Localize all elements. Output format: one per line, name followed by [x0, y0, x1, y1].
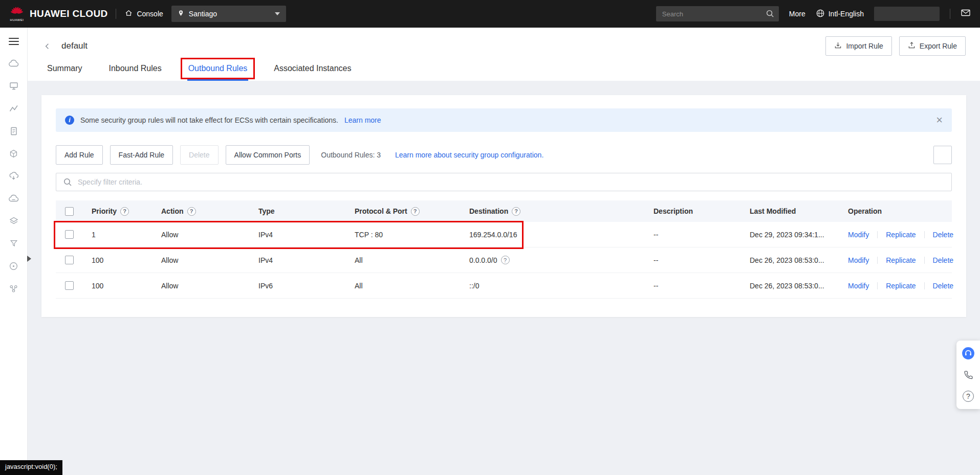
learn-more-link[interactable]: Learn more — [344, 116, 381, 124]
operation-divider — [877, 231, 878, 238]
import-rule-button[interactable]: Import Rule — [825, 36, 891, 56]
region-label: Santiago — [189, 10, 217, 18]
sidebar-item-group[interactable] — [0, 278, 28, 301]
sidebar-item-autoscaling[interactable] — [0, 98, 28, 121]
sidebar-item-sfs[interactable] — [0, 211, 28, 233]
modify-link[interactable]: Modify — [848, 256, 869, 264]
security-group-config-link[interactable]: Learn more about security group configur… — [395, 151, 543, 159]
language-selector[interactable]: Intl-English — [816, 9, 864, 19]
cell-type: IPv6 — [258, 282, 273, 290]
sidebar-item-eip[interactable] — [0, 256, 28, 278]
sidebar-expand-arrow[interactable] — [27, 256, 31, 262]
sidebar-item-evs[interactable] — [0, 143, 28, 166]
header-protocol-port: Protocol & Port — [355, 207, 407, 215]
active-tab-underline — [187, 79, 249, 81]
tab-summary[interactable]: Summary — [46, 61, 83, 81]
cell-destination: 169.254.0.0/16 — [469, 231, 517, 239]
sidebar-item-backup[interactable] — [0, 166, 28, 188]
back-button[interactable] — [40, 39, 54, 53]
customer-service-icon[interactable] — [962, 347, 975, 360]
support-widget: ? — [956, 341, 980, 409]
delete-link[interactable]: Delete — [933, 256, 953, 264]
operation-divider — [924, 231, 925, 238]
page-title: default — [61, 41, 88, 51]
logo-caption: HUAWEI — [10, 18, 24, 21]
import-icon — [834, 41, 842, 51]
tab-outbound-rules-label: Outbound Rules — [188, 64, 248, 73]
cell-protocol: All — [355, 256, 363, 264]
operation-divider — [877, 282, 878, 289]
operation-divider — [924, 282, 925, 289]
allow-common-ports-button[interactable]: Allow Common Ports — [226, 145, 310, 165]
fast-add-rule-button[interactable]: Fast-Add Rule — [110, 145, 173, 165]
help-icon[interactable]: ? — [120, 207, 129, 216]
help-icon[interactable]: ? — [501, 256, 510, 264]
rules-panel: i Some security group rules will not tak… — [41, 95, 966, 317]
brand[interactable]: HUAWEI HUAWEI CLOUD — [9, 7, 107, 21]
row-checkbox[interactable] — [65, 230, 74, 239]
sidebar-item-image[interactable] — [0, 121, 28, 143]
sidebar-item-obs[interactable] — [0, 188, 28, 211]
region-selector[interactable]: Santiago — [171, 6, 286, 22]
cell-priority: 1 — [92, 231, 96, 239]
export-rule-label: Export Rule — [920, 42, 957, 50]
cell-type: IPv4 — [258, 256, 273, 264]
cell-description: -- — [654, 231, 658, 239]
cell-action: Allow — [161, 231, 178, 239]
help-icon[interactable]: ? — [962, 390, 975, 403]
phone-icon[interactable] — [962, 368, 975, 381]
help-icon[interactable]: ? — [512, 207, 520, 216]
table-settings-button[interactable] — [933, 146, 952, 164]
add-rule-button[interactable]: Add Rule — [56, 145, 103, 165]
row-checkbox[interactable] — [65, 281, 74, 290]
search-icon[interactable] — [766, 9, 774, 20]
replicate-link[interactable]: Replicate — [886, 256, 916, 264]
cloud-icon — [8, 59, 19, 70]
console-link[interactable]: Console — [124, 9, 163, 19]
modify-link[interactable]: Modify — [848, 231, 869, 239]
mail-icon[interactable] — [961, 8, 971, 20]
close-icon[interactable]: × — [936, 115, 943, 126]
header-last-modified: Last Modified — [750, 207, 796, 215]
cell-protocol: All — [355, 282, 363, 290]
banner-text: Some security group rules will not take … — [80, 116, 338, 124]
tab-outbound-rules[interactable]: Outbound Rules — [187, 61, 249, 81]
link-status-tooltip: javascript:void(0); — [0, 460, 62, 475]
help-icon[interactable]: ? — [411, 207, 420, 216]
sidebar-item-ecs[interactable] — [0, 76, 28, 98]
modify-link[interactable]: Modify — [848, 282, 869, 290]
more-menu[interactable]: More — [789, 10, 805, 18]
table-row: 1 Allow IPv4 TCP : 80 169.254.0.0/16 -- … — [56, 222, 952, 247]
replicate-link[interactable]: Replicate — [886, 231, 916, 239]
cell-last-modified: Dec 26, 2023 08:53:0... — [750, 256, 824, 264]
delete-link[interactable]: Delete — [933, 282, 953, 290]
menu-icon[interactable] — [9, 36, 19, 47]
globe-icon — [816, 9, 825, 19]
row-checkbox[interactable] — [65, 256, 74, 264]
delete-button[interactable]: Delete — [180, 145, 218, 165]
sidebar-item-dashboard[interactable] — [0, 53, 28, 76]
cell-priority: 100 — [92, 256, 103, 264]
filter-bar — [56, 173, 952, 191]
delete-link[interactable]: Delete — [933, 231, 953, 239]
operation-divider — [924, 257, 925, 264]
header-destination: Destination — [469, 207, 508, 215]
cell-destination: ::/0 — [469, 282, 479, 290]
select-all-checkbox[interactable] — [65, 207, 74, 216]
cell-action: Allow — [161, 256, 178, 264]
outbound-rules-count: Outbound Rules: 3 — [321, 151, 381, 159]
info-banner: i Some security group rules will not tak… — [56, 108, 952, 132]
filter-input[interactable] — [56, 173, 952, 191]
cell-description: -- — [654, 282, 658, 290]
replicate-link[interactable]: Replicate — [886, 282, 916, 290]
account-area[interactable] — [874, 7, 940, 21]
cloud-icon — [8, 194, 19, 205]
tab-inbound-rules[interactable]: Inbound Rules — [107, 61, 162, 81]
export-rule-button[interactable]: Export Rule — [899, 36, 966, 56]
sidebar-item-dew[interactable] — [0, 233, 28, 256]
header-priority: Priority — [92, 207, 117, 215]
cell-destination: 0.0.0.0/0 — [469, 256, 497, 264]
help-icon[interactable]: ? — [187, 207, 196, 216]
tab-associated-instances[interactable]: Associated Instances — [273, 61, 352, 81]
topbar-search-input[interactable] — [656, 6, 779, 21]
